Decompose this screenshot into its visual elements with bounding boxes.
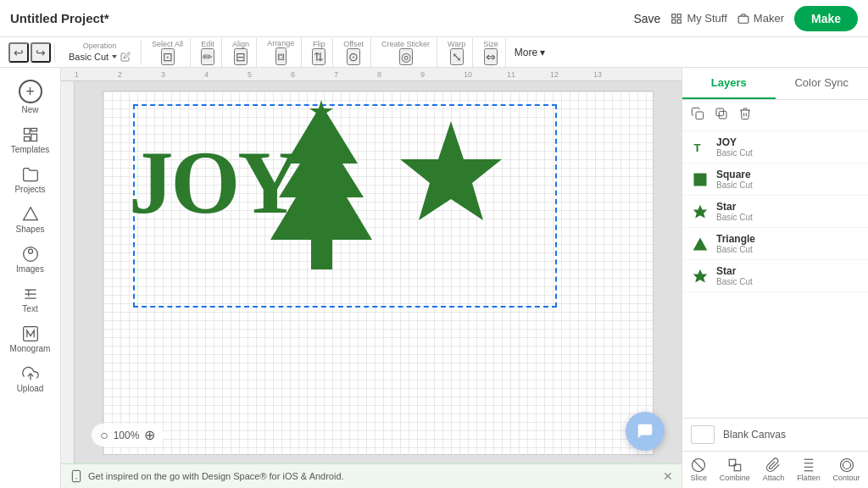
sidebar-item-new[interactable]: + New — [5, 75, 56, 119]
save-button[interactable]: Save — [633, 12, 660, 25]
contour-button[interactable]: Contour — [828, 455, 865, 485]
layers-toolbar — [682, 100, 868, 131]
mystuff-label: My Stuff — [687, 12, 726, 25]
svg-text:T: T — [694, 141, 701, 154]
big-star[interactable] — [392, 117, 510, 236]
offset-group: Offset ⊙ — [340, 38, 367, 67]
more-button[interactable]: More ▾ — [509, 45, 551, 60]
sidebar-monogram-label: Monogram — [10, 344, 51, 353]
sidebar-item-monogram[interactable]: Monogram — [5, 320, 56, 358]
attach-icon — [765, 458, 781, 473]
delete-icon — [738, 107, 752, 120]
sidebar-item-projects[interactable]: Projects — [5, 161, 56, 199]
svg-marker-9 — [23, 208, 37, 220]
layer-item-triangle[interactable]: Triangle Basic Cut — [682, 228, 868, 260]
layer-item-star1[interactable]: Star Basic Cut — [682, 196, 868, 228]
sticker-group: Create Sticker ◎ — [378, 38, 433, 67]
mystuff-button[interactable]: My Stuff — [670, 12, 726, 25]
offset-button[interactable]: ⊙ — [347, 48, 360, 65]
layer-square-icon — [692, 171, 709, 188]
zoom-in-button[interactable]: ⊕ — [144, 427, 155, 443]
right-panel-tabs: Layers Color Sync — [682, 68, 868, 100]
align-button[interactable]: ⊟ — [234, 48, 248, 65]
tab-color-sync[interactable]: Color Sync — [776, 68, 869, 99]
delete-layer-button[interactable] — [737, 105, 754, 125]
toolbar-edit: Edit ✏ — [194, 38, 222, 67]
sidebar-projects-label: Projects — [14, 185, 45, 194]
layer-thumb-star1 — [691, 202, 709, 221]
align-group: Align ⊟ — [229, 38, 253, 67]
sidebar-item-shapes[interactable]: Shapes — [5, 201, 56, 239]
svg-rect-8 — [24, 137, 30, 141]
project-title: Untitled Project* — [10, 11, 109, 25]
canvas-area: 1 2 3 4 5 6 7 8 9 10 11 12 13 — [61, 68, 682, 488]
zoom-out-button[interactable]: ○ — [100, 428, 108, 443]
christmas-tree[interactable] — [260, 100, 383, 303]
chat-button[interactable] — [626, 412, 665, 451]
layer-sub-square: Basic Cut — [716, 180, 860, 190]
flatten-button[interactable]: Flatten — [792, 455, 826, 485]
sidebar-templates-label: Templates — [11, 145, 50, 154]
notification-banner: Get inspired on the go with Design Space… — [61, 463, 682, 488]
svg-marker-27 — [693, 204, 708, 218]
ruler-left — [61, 81, 75, 463]
arrange-button[interactable]: ⧈ — [275, 47, 287, 65]
flip-button[interactable]: ⇅ — [312, 48, 326, 65]
duplicate-layer-button[interactable] — [713, 105, 730, 125]
copy-layer-button[interactable] — [689, 105, 706, 125]
layer-thumb-triangle — [691, 235, 709, 253]
notification-close-button[interactable]: ✕ — [663, 469, 673, 483]
blank-canvas-label: Blank Canvas — [723, 429, 786, 441]
warp-button[interactable]: ⤡ — [450, 48, 464, 65]
blank-canvas: Blank Canvas — [682, 418, 868, 451]
sidebar-item-text[interactable]: T Text — [5, 280, 56, 319]
tab-layers[interactable]: Layers — [682, 68, 776, 99]
attach-button[interactable]: Attach — [758, 455, 790, 485]
duplicate-icon — [715, 107, 728, 120]
toolbar-flip: Flip ⇅ — [305, 38, 333, 67]
flatten-icon — [801, 458, 816, 473]
toolbar-sticker: Create Sticker ◎ — [375, 38, 437, 67]
select-all-button[interactable]: ⊡ — [161, 48, 175, 65]
combine-button[interactable]: Combine — [715, 455, 755, 485]
notification-text: Get inspired on the go with Design Space… — [88, 471, 344, 481]
zoom-control: ○ 100% ⊕ — [92, 424, 164, 446]
sidebar-item-images[interactable]: Images — [5, 241, 56, 279]
sidebar-item-templates[interactable]: Templates — [5, 121, 56, 159]
left-sidebar: + New Templates Projects Shapes Images T… — [0, 68, 61, 488]
main-content: + New Templates Projects Shapes Images T… — [0, 68, 868, 488]
layer-item-square[interactable]: Square Basic Cut — [682, 164, 868, 196]
new-icon: + — [19, 80, 42, 103]
layer-sub-star2: Basic Cut — [716, 277, 860, 286]
combine-icon — [727, 458, 743, 473]
notification-icon — [70, 469, 83, 483]
canvas-background: JOY — [75, 81, 682, 463]
undo-button[interactable]: ↩ — [8, 42, 29, 63]
sticker-button[interactable]: ◎ — [399, 48, 413, 65]
layer-name-joy: JOY — [716, 136, 860, 148]
make-button[interactable]: Make — [794, 6, 858, 31]
operation-dropdown[interactable]: Basic Cut — [65, 50, 134, 64]
sidebar-item-upload[interactable]: Upload — [5, 360, 56, 398]
chat-icon — [636, 422, 654, 441]
layer-item-joy[interactable]: T JOY Basic Cut — [682, 131, 868, 164]
redo-button[interactable]: ↪ — [31, 42, 51, 63]
svg-rect-24 — [716, 108, 724, 116]
canvas-grid[interactable]: JOY — [103, 91, 654, 455]
svg-rect-0 — [672, 14, 676, 17]
sidebar-text-label: Text — [22, 304, 37, 313]
monogram-icon — [22, 325, 39, 342]
maker-button[interactable]: Maker — [737, 12, 784, 25]
toolbar-size: Size ⇔ — [476, 38, 506, 67]
svg-rect-2 — [672, 19, 676, 23]
size-button[interactable]: ⇔ — [484, 48, 498, 65]
slice-button[interactable]: Slice — [685, 455, 712, 485]
sidebar-images-label: Images — [16, 264, 44, 274]
svg-rect-20 — [72, 470, 80, 481]
edit-button[interactable]: ✏ — [201, 48, 214, 65]
svg-line-31 — [694, 461, 704, 470]
canvas-scroll[interactable]: JOY — [75, 81, 682, 463]
layer-item-star2[interactable]: Star Basic Cut — [682, 260, 868, 292]
svg-rect-22 — [696, 112, 704, 119]
layer-sub-joy: Basic Cut — [716, 148, 860, 158]
